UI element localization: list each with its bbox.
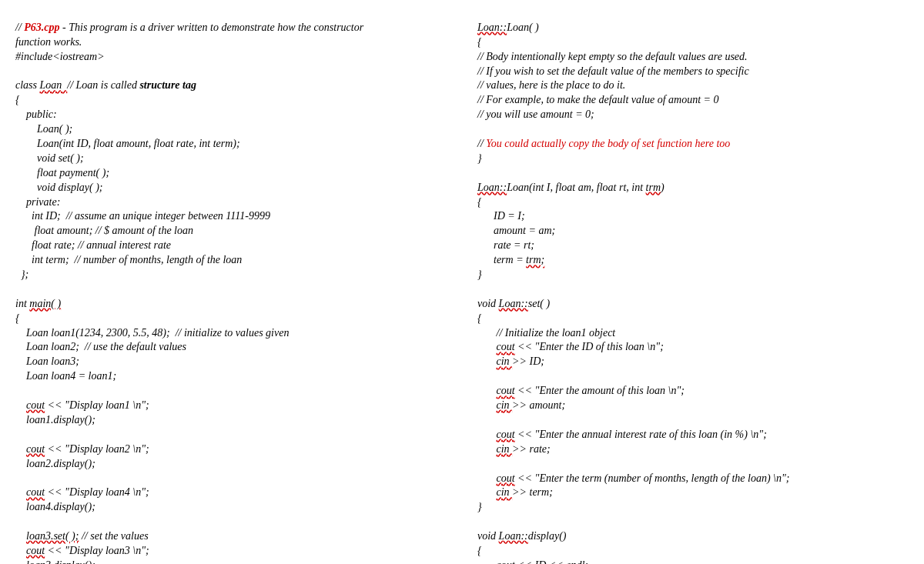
code-text: {: [477, 545, 482, 556]
code-text: float rate; // annual interest rate: [15, 239, 171, 251]
code-text: >> ID;: [512, 355, 544, 367]
code-text: Loan( );: [15, 123, 72, 135]
code-text: {: [477, 36, 482, 48]
code-text: {: [15, 312, 20, 324]
underlined-text: cout: [26, 399, 45, 411]
code-text: int ID; // assume an unique integer betw…: [15, 210, 270, 222]
underlined-text: cout: [497, 385, 515, 396]
code-text: [477, 399, 497, 411]
code-text: #include<iostream>: [15, 51, 105, 62]
underlined-text: loan3.set( );: [26, 530, 79, 542]
code-text: [15, 486, 26, 498]
code-text: public:: [15, 108, 57, 120]
code-text: }: [477, 501, 482, 512]
underlined-text: trm;: [526, 254, 544, 265]
code-text: ID = I;: [477, 210, 525, 222]
code-text: [15, 530, 26, 542]
code-document: // P63.cpp - This program is a driver wr…: [15, 6, 909, 564]
code-text: [15, 545, 26, 556]
code-text: rate = rt;: [477, 239, 534, 251]
underlined-text: cout: [497, 559, 515, 564]
code-text: >> rate;: [512, 443, 551, 455]
code-text: [477, 443, 497, 455]
code-text: term =: [477, 254, 526, 265]
code-text: void set( );: [15, 152, 84, 164]
underlined-text: Loan::: [477, 182, 507, 193]
code-text: << "Enter the ID of this loan \n";: [515, 341, 664, 352]
underlined-text: cout: [26, 443, 45, 455]
code-text: << "Display loan2 \n";: [45, 443, 149, 455]
code-text: [477, 559, 497, 564]
code-text: // Loan is called: [67, 79, 139, 91]
code-text: << ID <<: [515, 559, 567, 564]
underlined-text: cin: [497, 443, 513, 455]
code-text: int term; // number of months, length of…: [15, 254, 242, 265]
code-text: // Body intentionally kept empty so the …: [477, 51, 748, 62]
code-text: << "Enter the term (number of months, le…: [515, 472, 790, 484]
code-text: << "Enter the amount of this loan \n";: [515, 385, 685, 396]
code-text: [477, 355, 497, 367]
code-text: [15, 443, 26, 455]
code-text: void display( );: [15, 182, 103, 193]
underlined-text: cin: [497, 399, 513, 411]
code-text: Loan(int I, float am, float rt, int: [507, 182, 645, 193]
code-text: }: [477, 269, 482, 280]
code-text: int: [15, 298, 29, 309]
code-text: {: [15, 94, 20, 105]
code-text: {: [477, 312, 482, 324]
code-text: };: [15, 269, 28, 280]
underlined-text: Loan: [40, 79, 68, 91]
underlined-text: Loan::: [499, 298, 528, 309]
left-column: // P63.cpp - This program is a driver wr…: [15, 6, 447, 564]
code-text: //: [477, 138, 486, 149]
underlined-text: Loan::: [499, 530, 528, 542]
code-text: Loan loan3;: [15, 355, 79, 367]
code-text: << "Display loan3 \n";: [45, 545, 149, 556]
code-text: float payment( );: [15, 167, 109, 179]
filename: P63.cpp: [24, 22, 59, 33]
code-text: // values, here is the place to do it.: [477, 79, 625, 91]
underlined-text: cout: [497, 472, 515, 484]
code-text: Loan(int ID, float amount, float rate, i…: [15, 138, 240, 149]
code-text: void: [477, 530, 499, 542]
code-text: // If you wish to set the default value …: [477, 65, 749, 77]
code-text: << "Display loan4 \n";: [45, 486, 149, 498]
code-text: // For example, to make the default valu…: [477, 94, 719, 105]
code-text: // set the values: [79, 530, 148, 542]
code-text: amount = am;: [477, 225, 555, 236]
code-text: private:: [15, 196, 60, 208]
code-text: ): [661, 182, 665, 193]
code-text: [477, 385, 497, 396]
code-text: [477, 472, 497, 484]
code-text: loan2.display();: [15, 458, 95, 469]
code-text: }: [477, 152, 482, 164]
underlined-text: cin: [497, 486, 513, 498]
code-text: display(): [528, 530, 567, 542]
code-text: - This program is a driver written to de…: [60, 22, 364, 33]
code-text: Loan loan4 = loan1;: [15, 370, 116, 382]
code-text: [477, 429, 497, 440]
underlined-text: endl;: [566, 559, 588, 564]
code-text: // Initialize the loan1 object: [477, 327, 615, 339]
code-text: Loan loan2; // use the default values: [15, 341, 186, 352]
code-text: >> amount;: [512, 399, 565, 411]
code-text: function works.: [15, 36, 82, 48]
code-text: [477, 486, 497, 498]
right-column: Loan::Loan( ) { // Body intentionally ke…: [477, 6, 909, 564]
code-text: void: [477, 298, 499, 309]
underlined-text: main( ): [29, 298, 61, 309]
code-text: << "Enter the annual interest rate of th…: [515, 429, 767, 440]
code-text: [15, 399, 26, 411]
underlined-text: cin: [497, 355, 513, 367]
code-text: loan1.display();: [15, 414, 95, 426]
code-text: loan4.display();: [15, 501, 95, 512]
code-text: >> term;: [512, 486, 553, 498]
code-text: [477, 341, 497, 352]
code-text: << "Display loan1 \n";: [45, 399, 149, 411]
code-text: class: [15, 79, 40, 91]
bold-text: structure tag: [139, 79, 196, 91]
code-text: loan3.display();: [15, 559, 95, 564]
code-text: set( ): [528, 298, 550, 309]
code-text: // you will use amount = 0;: [477, 108, 594, 120]
code-text: {: [477, 196, 482, 208]
